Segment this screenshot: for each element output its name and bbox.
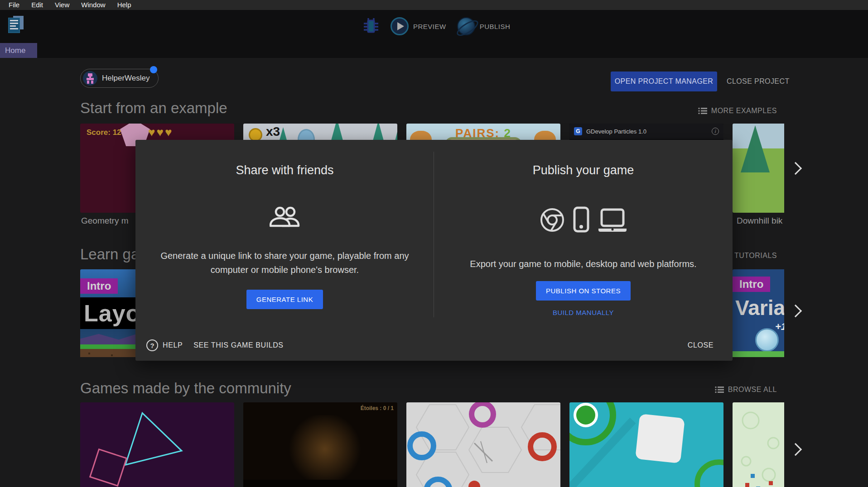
menu-bar: File Edit View Window Help [0,0,868,10]
debug-icon[interactable] [362,17,380,35]
community-thumb-hex-rings[interactable] [406,402,560,487]
publish-on-stores-button[interactable]: PUBLISH ON STORES [536,281,631,301]
community-carousel: Étoiles : 0 / 1 [80,402,784,487]
ground-silhouette [243,480,397,487]
laptop-icon [598,208,627,233]
document-front-icon [8,18,20,33]
platform-icons [434,205,733,233]
publish-title: Publish your game [434,163,733,177]
dialog-divider [434,152,434,317]
example-thumb-downhill-bike[interactable] [733,124,784,213]
examples-next-arrow[interactable] [789,162,802,175]
example-caption-right: Downhill bik [737,216,784,226]
browse-all-link[interactable]: BROWSE ALL [715,386,777,394]
hearts-icon: ♥♥♥ [148,125,173,139]
community-next-arrow[interactable] [789,443,802,456]
publish-label: PUBLISH [480,23,511,30]
chrome-browser-icon [540,207,565,233]
hex-rings-graphic [406,402,560,487]
menu-view[interactable]: View [49,0,75,10]
publish-description: Export your game to mobile, desktop and … [434,257,733,271]
particles-title: GDevelop Particles 1.0 [586,128,646,135]
open-project-manager-button[interactable]: OPEN PROJECT MANAGER [611,72,717,91]
tutorials-link[interactable]: TUTORIALS [734,252,777,260]
gdevelop-logo-badge: G [574,127,582,135]
tutorial-word: Variab [735,296,784,320]
community-thumb-night-scene[interactable]: Étoiles : 0 / 1 [243,402,397,487]
notification-dot [150,66,157,73]
community-thumb-teal-puzzle[interactable] [569,402,723,487]
score-text: Score: 124 [87,128,125,137]
username: HelperWesley [102,74,150,83]
neon-shapes-graphic [80,402,234,487]
browse-all-label: BROWSE ALL [728,386,777,394]
menu-help[interactable]: Help [111,0,137,10]
list-icon [698,107,707,115]
particles-title-bar: G GDevelop Particles 1.0 i [569,124,723,139]
share-with-friends-panel: Share with friends Generate a unique lin… [135,140,434,361]
bubble-creature [755,328,779,352]
help-link[interactable]: HELP [163,341,183,349]
play-icon [391,17,409,35]
preview-button[interactable]: PREVIEW [391,17,446,35]
more-examples-label: MORE EXAMPLES [711,107,777,115]
learn-section-title: Learn ga [80,246,139,263]
info-icon: i [712,128,719,135]
close-project-button[interactable]: CLOSE PROJECT [727,72,790,91]
user-profile-chip[interactable]: HelperWesley [80,69,159,88]
publish-your-game-panel: Publish your game [434,140,733,361]
plus-one-text: +1 [775,321,784,333]
people-icon [270,206,300,227]
list-icon [715,386,724,393]
intro-badge: Intro [80,278,118,294]
globe-icon [457,17,475,35]
more-examples-link[interactable]: MORE EXAMPLES [698,107,777,115]
menu-file[interactable]: File [3,0,25,10]
example-caption-left: Geometry m [81,216,129,226]
community-thumb-neon-shapes[interactable] [80,402,234,487]
publish-button[interactable]: PUBLISH [457,17,511,35]
toolbar-center: PREVIEW PUBLISH [362,16,510,36]
share-title: Share with friends [135,163,434,177]
avatar [83,71,97,86]
generate-link-button[interactable]: GENERATE LINK [246,290,323,309]
teal-puzzle-graphic [569,402,723,487]
share-dialog: Share with friends Generate a unique lin… [135,140,733,361]
coin-multiplier: x3 [266,124,280,139]
grass-strip [733,351,784,357]
bubbles-graphic [733,402,784,487]
close-dialog-button[interactable]: CLOSE [688,341,714,349]
menu-edit[interactable]: Edit [25,0,49,10]
intro-badge: Intro [733,277,770,292]
tree-shape [741,125,770,172]
examples-section-title: Start from an example [80,100,227,117]
smartphone-icon [573,206,589,233]
preview-label: PREVIEW [413,23,446,30]
tab-home[interactable]: Home [0,43,37,58]
campfire-glow [284,415,366,483]
community-thumb-bubbles[interactable] [733,402,784,487]
tutorials-label: TUTORIALS [734,252,777,260]
gdevelop-window: File Edit View Window Help PREVIEW PUBLI… [0,0,868,487]
build-manually-link[interactable]: BUILD MANUALLY [434,309,733,316]
see-game-builds-link[interactable]: SEE THIS GAME BUILDS [193,341,283,349]
tutorial-thumb-variables[interactable]: Intro Variab +1 [733,269,784,357]
project-manager-icon[interactable] [8,16,24,34]
help-icon[interactable]: ? [146,339,158,351]
dialog-footer: ? HELP SEE THIS GAME BUILDS CLOSE [146,336,722,354]
tutorials-next-arrow[interactable] [789,305,802,317]
stars-counter: Étoiles : 0 / 1 [361,405,394,411]
share-description: Generate a unique link to share your gam… [138,249,432,277]
community-section-title: Games made by the community [80,380,291,397]
menu-window[interactable]: Window [75,0,111,10]
